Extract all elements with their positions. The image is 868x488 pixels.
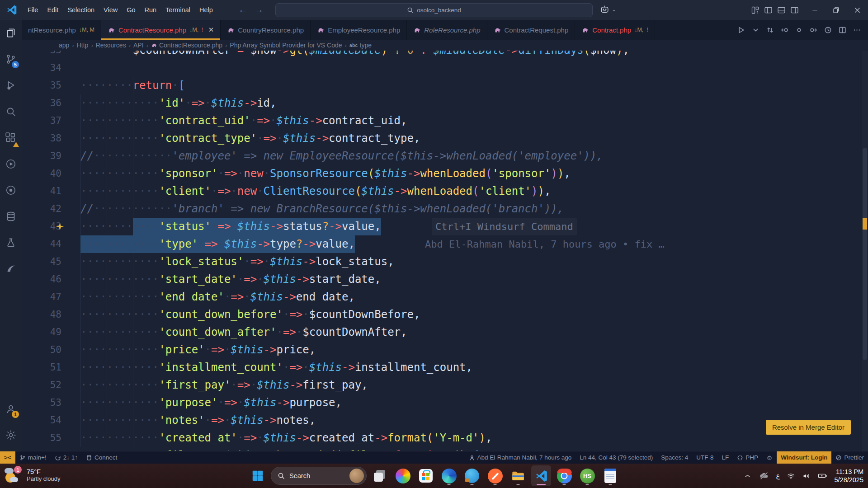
clock[interactable]: 11:13 PM 5/28/2025 bbox=[834, 468, 863, 484]
toggle-secondary-sidebar-icon[interactable] bbox=[790, 5, 799, 15]
code-line[interactable]: 48············'count_down_before'·=>·$co… bbox=[22, 306, 868, 324]
tab-close-icon[interactable]: ✕ bbox=[208, 26, 214, 34]
status-language-mode[interactable]: PHP bbox=[733, 451, 762, 464]
sidebar-item-extensions[interactable] bbox=[0, 125, 22, 151]
tab-roleresource[interactable]: RoleResource.php bbox=[407, 20, 487, 40]
taskbar-app-postman[interactable] bbox=[485, 465, 505, 486]
tab-countryresource[interactable]: CountryResource.php bbox=[221, 20, 311, 40]
breadcrumb-item-app[interactable]: app bbox=[59, 42, 69, 49]
code-line[interactable]: 40············'sponsor'·=>·new·SponsorRe… bbox=[22, 165, 868, 183]
code-line[interactable]: 50············'price'·=>·$this->price, bbox=[22, 341, 868, 359]
ai-assistant-button[interactable]: ⌄ bbox=[599, 4, 616, 15]
status-cursor-position[interactable]: Ln 44, Col 43 (79 selected) bbox=[576, 451, 657, 464]
menu-go[interactable]: Go bbox=[122, 0, 140, 20]
timeline-icon[interactable] bbox=[824, 26, 832, 34]
menu-file[interactable]: File bbox=[23, 0, 42, 20]
sidebar-item-windsurf[interactable] bbox=[0, 256, 22, 282]
next-change-icon[interactable] bbox=[810, 26, 817, 34]
code-line[interactable]: 53············'purpose'·=>·$this->purpos… bbox=[22, 394, 868, 412]
sidebar-item-search[interactable] bbox=[0, 99, 22, 125]
menu-terminal[interactable]: Terminal bbox=[161, 0, 195, 20]
code-line[interactable]: 47············'end_date'·=>·$this->end_d… bbox=[22, 288, 868, 306]
status-git-sync[interactable]: 2↓ 1↑ bbox=[51, 451, 82, 464]
code-line[interactable]: 44············'type'·=>·$this->type?->va… bbox=[22, 235, 868, 253]
taskbar-app-file-explorer[interactable] bbox=[508, 465, 528, 486]
volume-icon[interactable] bbox=[802, 472, 811, 480]
minimize-button[interactable] bbox=[804, 0, 826, 20]
code-line[interactable]: 46············'start_date'·=>·$this->sta… bbox=[22, 271, 868, 288]
status-windsurf-login[interactable]: Windsurf: Login bbox=[777, 451, 831, 464]
sidebar-item-live-preview[interactable] bbox=[0, 177, 22, 203]
battery-icon[interactable] bbox=[817, 471, 827, 481]
code-line[interactable]: 35········return·[ bbox=[22, 77, 868, 94]
sidebar-item-explorer[interactable] bbox=[0, 20, 22, 46]
code-line[interactable]: 36············'id'·=>·$this->id, bbox=[22, 94, 868, 112]
scrollbar-thumb[interactable] bbox=[863, 148, 867, 360]
code-line[interactable]: 33········$countDownAfter·=·$now->gt($mi… bbox=[22, 51, 868, 59]
editor-scrollbar[interactable] bbox=[862, 51, 868, 451]
resolve-in-merge-editor-button[interactable]: Resolve in Merge Editor bbox=[766, 420, 851, 435]
change-dot-icon[interactable] bbox=[795, 26, 803, 34]
taskbar-app-copilot[interactable] bbox=[393, 465, 413, 486]
close-button[interactable] bbox=[847, 0, 868, 20]
sidebar-item-testing[interactable] bbox=[0, 230, 22, 256]
toggle-sidebar-icon[interactable] bbox=[764, 5, 773, 15]
code-line[interactable]: 37············'contract_uid'·=>·$this->c… bbox=[22, 112, 868, 130]
language-indicator[interactable]: ع bbox=[776, 472, 780, 480]
run-dropdown-icon[interactable] bbox=[752, 26, 760, 34]
code-line[interactable]: 55············'created_at'·=>·$this->cre… bbox=[22, 429, 868, 447]
taskbar-app-edge[interactable] bbox=[439, 465, 459, 486]
menu-help[interactable]: Help bbox=[195, 0, 217, 20]
tab-contract[interactable]: Contract.php↓M,! bbox=[575, 20, 655, 40]
sidebar-item-remote-explorer[interactable] bbox=[0, 151, 22, 177]
status-prettier[interactable]: Prettier bbox=[831, 451, 868, 464]
menu-view[interactable]: View bbox=[99, 0, 122, 20]
tab-contractrequest[interactable]: ContractRequest.php bbox=[487, 20, 576, 40]
code-line[interactable]: 45············'lock_status'·=>·$this->lo… bbox=[22, 253, 868, 271]
status-copilot[interactable] bbox=[762, 451, 777, 464]
code-line[interactable]: 42//············'branch' => new BranchRe… bbox=[22, 200, 868, 218]
code-line[interactable]: 38············'contract_type'·=>·$this->… bbox=[22, 130, 868, 147]
code-line[interactable]: 52············'first_pay'·=>·$this->firs… bbox=[22, 376, 868, 394]
code-line[interactable]: 39//············'employee' => new Employ… bbox=[22, 147, 868, 165]
previous-change-icon[interactable] bbox=[781, 26, 788, 34]
taskbar-app-blue-app[interactable] bbox=[462, 465, 482, 486]
code-line[interactable]: 43············'status'·=>·$this->status?… bbox=[22, 218, 868, 235]
code-line[interactable]: 41············'client'·=>·new·ClientReso… bbox=[22, 183, 868, 200]
breadcrumb-item-type[interactable]: abctype bbox=[349, 42, 372, 49]
run-button[interactable] bbox=[737, 26, 745, 34]
navigate-back-button[interactable]: ← bbox=[235, 0, 250, 20]
split-editor-icon[interactable] bbox=[839, 26, 846, 34]
git-compare-icon[interactable] bbox=[766, 26, 774, 34]
sidebar-item-accounts[interactable]: 1 bbox=[0, 396, 22, 422]
breadcrumb-item-api[interactable]: API bbox=[133, 42, 144, 49]
tray-chevron-icon[interactable] bbox=[743, 472, 752, 480]
taskbar-app-chrome[interactable] bbox=[554, 465, 574, 486]
onedrive-icon[interactable] bbox=[759, 470, 769, 481]
breadcrumb-item-resources[interactable]: Resources bbox=[96, 42, 126, 49]
breadcrumb-item-contractresource-php[interactable]: ContractResource.php bbox=[151, 42, 222, 49]
tab-ntresource[interactable]: ntResource.php↓M, M bbox=[22, 20, 101, 40]
more-actions-icon[interactable] bbox=[853, 26, 861, 34]
code-line[interactable]: 49············'count_down_after'·=>·$cou… bbox=[22, 324, 868, 341]
customize-layout-icon[interactable] bbox=[750, 5, 760, 15]
menu-edit[interactable]: Edit bbox=[42, 0, 63, 20]
wifi-icon[interactable] bbox=[787, 472, 795, 480]
code-editor[interactable]: 33········$countDownAfter·=·$now->gt($mi… bbox=[22, 51, 868, 451]
tab-contractresource[interactable]: ContractResource.php↓M,!✕ bbox=[101, 20, 221, 40]
taskbar-app-task-view[interactable] bbox=[370, 465, 390, 486]
taskbar-search[interactable]: Search bbox=[271, 467, 367, 485]
sidebar-item-run-and-debug[interactable] bbox=[0, 72, 22, 99]
menu-run[interactable]: Run bbox=[140, 0, 161, 20]
sidebar-item-database-client[interactable] bbox=[0, 203, 22, 230]
sidebar-item-settings[interactable] bbox=[0, 422, 22, 448]
status-encoding[interactable]: UTF-8 bbox=[692, 451, 717, 464]
start-button[interactable] bbox=[248, 465, 268, 486]
status-git-branch[interactable]: main+! bbox=[15, 451, 51, 464]
status-remote-indicator[interactable]: >< bbox=[0, 451, 15, 464]
breadcrumb-item-php-array-symbol-provider-for-vs-code[interactable]: Php Array Symbol Provider for VS Code bbox=[230, 42, 342, 49]
weather-widget[interactable]: 1 75°F Partly cloudy bbox=[5, 466, 60, 484]
taskbar-app-heidisql[interactable]: HS bbox=[577, 465, 597, 486]
command-center-search[interactable]: osolco_backend bbox=[275, 3, 593, 17]
status-indentation[interactable]: Spaces: 4 bbox=[657, 451, 692, 464]
